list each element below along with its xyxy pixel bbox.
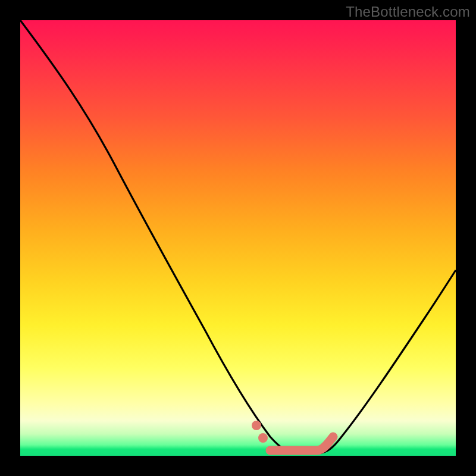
chart-frame: TheBottleneck.com	[0, 0, 476, 476]
curve-path	[20, 20, 456, 453]
highlight-dot-1	[252, 421, 261, 430]
plot-area	[20, 20, 456, 456]
watermark-text: TheBottleneck.com	[346, 4, 470, 20]
bottleneck-curve	[20, 20, 456, 456]
highlight-segment	[270, 437, 333, 450]
highlight-dot-2	[258, 433, 268, 443]
